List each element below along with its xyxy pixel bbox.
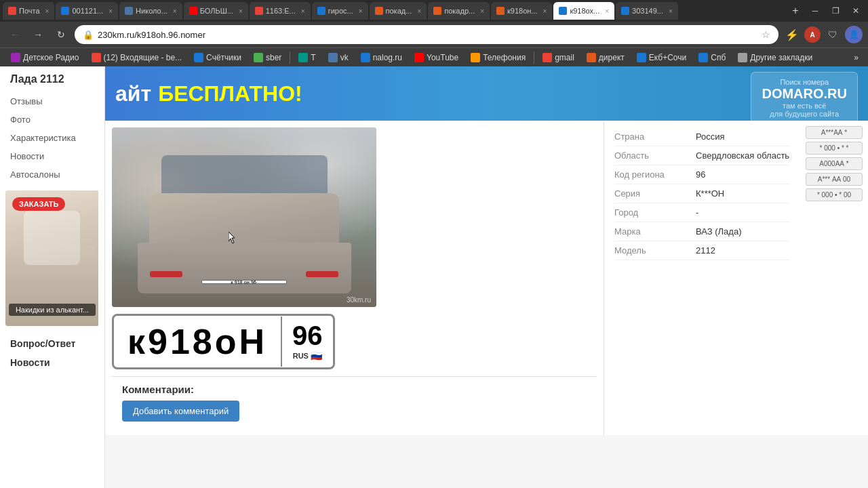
- bookmark-item[interactable]: sber: [248, 52, 287, 64]
- browser-tab[interactable]: БОЛЬШ...×: [184, 2, 248, 20]
- bookmark-item[interactable]: директ: [581, 52, 630, 64]
- bookmark-item[interactable]: Детское Радио: [5, 52, 85, 64]
- bookmark-item[interactable]: YouTube: [409, 52, 464, 64]
- tab-close-icon[interactable]: ×: [669, 7, 673, 15]
- sidebar-menu-item[interactable]: Отзывы: [0, 92, 104, 110]
- tab-close-icon[interactable]: ×: [605, 7, 609, 15]
- tab-label: 303149...: [632, 7, 663, 15]
- browser-tab[interactable]: 303149...×: [616, 2, 678, 20]
- tab-close-icon[interactable]: ×: [359, 7, 363, 15]
- sidebar-menu-item[interactable]: Фото: [0, 110, 104, 129]
- bookmark-favicon: [637, 53, 646, 62]
- browser-tab[interactable]: Почта×: [3, 2, 54, 20]
- bookmark-item[interactable]: nalog.ru: [355, 52, 408, 64]
- plate-region-number: 96: [292, 322, 323, 349]
- banner-text1: айт: [115, 81, 151, 106]
- extensions-icon[interactable]: ⚡: [783, 25, 802, 44]
- bookmark-item[interactable]: vk: [323, 52, 354, 64]
- maximize-button[interactable]: ❐: [826, 2, 845, 20]
- browser-tab[interactable]: гирос...×: [312, 2, 368, 20]
- bookmark-item[interactable]: (12) Входящие - be...: [86, 52, 188, 64]
- info-label: Серия: [614, 188, 696, 199]
- tab-label: Почта: [19, 7, 40, 15]
- browser-tab[interactable]: покадр...×: [428, 2, 490, 20]
- bookmark-item[interactable]: Другие закладки: [732, 52, 818, 64]
- bookmark-favicon: [92, 53, 101, 62]
- window-controls: ─ ❐ ✕: [806, 2, 865, 20]
- car-photo-watermark: 30km.ru: [347, 296, 371, 304]
- tab-close-icon[interactable]: ×: [239, 7, 243, 15]
- bookmark-label: директ: [599, 53, 625, 62]
- forward-button[interactable]: →: [28, 25, 47, 44]
- tab-close-icon[interactable]: ×: [45, 7, 50, 15]
- address-text: 230km.ru/k918oh.96.nomer: [98, 30, 757, 40]
- info-table-row: СерияК***ОН: [614, 184, 790, 203]
- sidebar: Лада 2112 ОтзывыФотоХарактеристикаНовост…: [0, 66, 105, 488]
- close-button[interactable]: ✕: [846, 2, 865, 20]
- extension2-icon[interactable]: 🛡: [823, 25, 842, 44]
- plate-variant-item[interactable]: * 000 • * 00: [806, 188, 863, 201]
- bookmark-item[interactable]: Спб: [693, 52, 731, 64]
- bookmark-item[interactable]: Т: [293, 52, 321, 64]
- sidebar-ad[interactable]: ЗАКАЗАТЬ Накидки из алькант...: [5, 190, 99, 326]
- tab-favicon: [8, 7, 16, 15]
- tab-label: гирос...: [328, 7, 353, 15]
- info-label: Город: [614, 207, 696, 218]
- new-tab-button[interactable]: +: [787, 2, 804, 20]
- browser-tab[interactable]: 001121...×: [56, 2, 118, 20]
- browser-tab[interactable]: к918ох...×: [553, 2, 614, 20]
- tab-close-icon[interactable]: ×: [543, 7, 547, 15]
- bookmark-item[interactable]: Счётчики: [189, 52, 247, 64]
- comments-title: Комментарии:: [122, 384, 587, 395]
- tab-close-icon[interactable]: ×: [108, 7, 113, 15]
- tab-close-icon[interactable]: ×: [173, 7, 177, 15]
- content-area: к 918 он 96· 30km.ru к918оН 96: [105, 121, 868, 435]
- sidebar-section-link[interactable]: Новости: [0, 352, 104, 371]
- plate-variant-item[interactable]: * 000 • * *: [806, 142, 863, 155]
- banner-tagline1: там есть всё: [762, 102, 847, 110]
- info-table-row: Модель2112: [614, 241, 790, 260]
- tab-label: покадр...: [444, 7, 475, 15]
- sidebar-menu-item[interactable]: Автосалоны: [0, 165, 104, 184]
- add-comment-button[interactable]: Добавить комментарий: [122, 401, 239, 422]
- bookmark-item[interactable]: Телефония: [465, 52, 531, 64]
- tab-close-icon[interactable]: ×: [480, 7, 484, 15]
- comments-section: Комментарии: Добавить комментарий: [112, 376, 597, 428]
- page-content: Лада 2112 ОтзывыФотоХарактеристикаНовост…: [0, 66, 868, 488]
- browser-tab[interactable]: Николо...×: [119, 2, 182, 20]
- user-avatar[interactable]: 👤: [845, 26, 863, 43]
- sidebar-menu-item[interactable]: Новости: [0, 147, 104, 165]
- tab-favicon: [317, 7, 326, 15]
- plate-variant-item[interactable]: А***АА *: [806, 126, 863, 139]
- bookmark-favicon: [542, 53, 552, 62]
- tab-favicon: [496, 7, 505, 15]
- bookmark-item[interactable]: gmail: [537, 52, 580, 64]
- adblock-icon[interactable]: A: [804, 26, 821, 43]
- reload-button[interactable]: ↻: [52, 25, 71, 44]
- plate-variant-item[interactable]: А*** АА 00: [806, 173, 863, 186]
- bookmarks-more-button[interactable]: »: [850, 52, 863, 64]
- sidebar-ad-button[interactable]: ЗАКАЗАТЬ: [12, 197, 65, 211]
- plate-variants-panel: А***АА ** 000 • * *А000АА *А*** АА 00* 0…: [800, 121, 868, 435]
- browser-tab[interactable]: 1163:Е...×: [250, 2, 311, 20]
- minimize-button[interactable]: ─: [806, 2, 825, 20]
- banner-ad-right[interactable]: Поиск номера DOMARO.RU там есть всё для …: [751, 72, 858, 121]
- bookmark-label: Счётчики: [206, 53, 241, 62]
- bookmark-item[interactable]: Екб+Сочи: [631, 52, 692, 64]
- browser-tab[interactable]: к918он...×: [491, 2, 552, 20]
- info-label: Область: [614, 150, 696, 161]
- sidebar-section-link[interactable]: Вопрос/Ответ: [0, 333, 104, 352]
- bookmark-star-icon[interactable]: ☆: [762, 29, 770, 40]
- browser-tab[interactable]: покад...×: [370, 2, 427, 20]
- tab-close-icon[interactable]: ×: [417, 7, 421, 15]
- plate-rus-label: RUS: [293, 352, 309, 360]
- tab-close-icon[interactable]: ×: [301, 7, 305, 15]
- address-bar[interactable]: 🔒 230km.ru/k918oh.96.nomer ☆: [75, 25, 778, 44]
- main-content[interactable]: айт БЕСПЛАТНО! Поиск номера DOMARO.RU та…: [105, 66, 868, 488]
- tab-label: Николо...: [136, 7, 167, 15]
- car-simulation: к 918 он 96·: [125, 148, 363, 293]
- sidebar-menu-item[interactable]: Характеристика: [0, 129, 104, 147]
- bookmark-label: Детское Радио: [23, 53, 79, 62]
- plate-variant-item[interactable]: А000АА *: [806, 157, 863, 170]
- back-button[interactable]: ←: [5, 25, 24, 44]
